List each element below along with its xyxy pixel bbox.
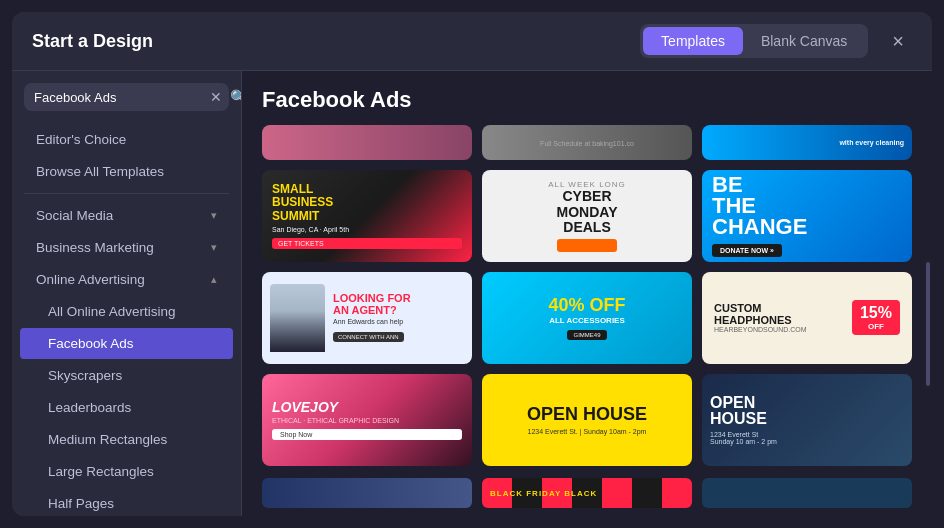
search-clear-button[interactable]: ✕ (210, 89, 222, 105)
chevron-up-icon: ▴ (211, 273, 217, 286)
bottom-partial: BLACK FRIDAY BLACK (242, 478, 932, 516)
template-card-open-house-yellow[interactable]: OPEN HOUSE 1234 Everett St. | Sunday 10a… (482, 374, 692, 466)
page-title: Facebook Ads (262, 87, 912, 113)
template-card-cyber-monday[interactable]: All Week Long CYBERMONDAYDEALS SHOP NOW (482, 170, 692, 262)
template-card-small-business-summit[interactable]: SmallBusinessSummit San Diego, CA · Apri… (262, 170, 472, 262)
sidebar-item-leaderboards[interactable]: Leaderboards (20, 392, 233, 423)
sidebar-section-top: Editor's Choice Browse All Templates (12, 124, 241, 187)
sidebar-categories: Social Media ▾ Business Marketing ▾ Onli… (12, 200, 241, 516)
chevron-down-icon: ▾ (211, 209, 217, 222)
start-design-modal: Start a Design Templates Blank Canvas × … (12, 12, 932, 516)
template-card-be-the-change[interactable]: BETHECHANGE DONATE NOW » (702, 170, 912, 262)
search-input[interactable] (34, 90, 202, 105)
tab-group: Templates Blank Canvas (640, 24, 868, 58)
search-icon-button[interactable]: 🔍 (230, 89, 242, 105)
main-header: Facebook Ads (242, 71, 932, 125)
template-card-partial-bottom-2[interactable]: BLACK FRIDAY BLACK (482, 478, 692, 508)
sidebar-item-all-online-advertising[interactable]: All Online Advertising (20, 296, 233, 327)
sidebar-item-half-pages[interactable]: Half Pages (20, 488, 233, 516)
close-button[interactable]: × (884, 26, 912, 57)
template-card-looking-for-agent[interactable]: LOOKING FORAN AGENT? Ann Edwards can hel… (262, 272, 472, 364)
sidebar-item-facebook-ads[interactable]: Facebook Ads (20, 328, 233, 359)
sidebar-item-online-advertising[interactable]: Online Advertising ▴ (20, 264, 233, 295)
template-card-custom-headphones[interactable]: CUSTOMHEADPHONES HEARBEYONDSOUND.COM 15%… (702, 272, 912, 364)
sidebar-item-social-media[interactable]: Social Media ▾ (20, 200, 233, 231)
modal-body: ✕ 🔍 Editor's Choice Browse All Templates… (12, 71, 932, 516)
template-card-partial-bottom-3[interactable] (702, 478, 912, 508)
main-content: Facebook Ads Full Schedule at baking101.… (242, 71, 932, 516)
search-box: ✕ 🔍 (24, 83, 229, 111)
template-card-open-house-blue[interactable]: OPENHOUSE 1234 Everett StSunday 10 am - … (702, 374, 912, 466)
sidebar-item-browse-all[interactable]: Browse All Templates (20, 156, 233, 187)
templates-grid: SmallBusinessSummit San Diego, CA · Apri… (242, 170, 932, 476)
tab-blank-canvas[interactable]: Blank Canvas (743, 27, 865, 55)
tab-templates[interactable]: Templates (643, 27, 743, 55)
template-card-40-off[interactable]: 40% OFF ALL ACCESSORIES GIMME49 (482, 272, 692, 364)
template-card-partial-1[interactable] (262, 125, 472, 160)
template-card-partial-3[interactable]: with every cleaning (702, 125, 912, 160)
scrollbar[interactable] (926, 262, 930, 385)
modal-title: Start a Design (32, 31, 624, 52)
sidebar-item-skyscrapers[interactable]: Skyscrapers (20, 360, 233, 391)
chevron-down-icon: ▾ (211, 241, 217, 254)
partial-row-top: Full Schedule at baking101.co with every… (242, 125, 932, 160)
modal-header: Start a Design Templates Blank Canvas × (12, 12, 932, 71)
sidebar-item-editors-choice[interactable]: Editor's Choice (20, 124, 233, 155)
sidebar-item-business-marketing[interactable]: Business Marketing ▾ (20, 232, 233, 263)
search-container: ✕ 🔍 (12, 83, 241, 123)
sidebar-item-large-rectangles[interactable]: Large Rectangles (20, 456, 233, 487)
template-card-partial-2[interactable]: Full Schedule at baking101.co (482, 125, 692, 160)
sidebar-divider-1 (24, 193, 229, 194)
template-card-lovejoy[interactable]: LOVEJOY ETHICAL · ETHICAL GRAPHIC DESIGN… (262, 374, 472, 466)
sidebar: ✕ 🔍 Editor's Choice Browse All Templates… (12, 71, 242, 516)
template-card-partial-bottom-1[interactable] (262, 478, 472, 508)
sidebar-item-medium-rectangles[interactable]: Medium Rectangles (20, 424, 233, 455)
